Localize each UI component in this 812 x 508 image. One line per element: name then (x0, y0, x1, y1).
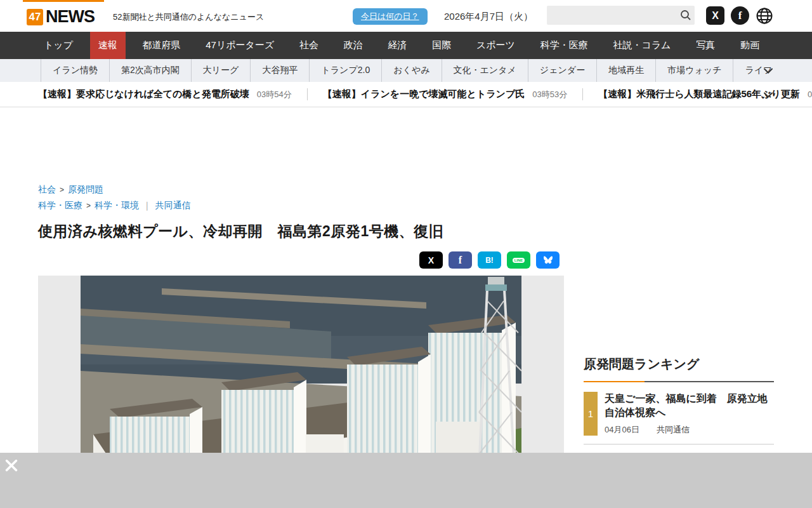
subnav-item[interactable]: おくやみ (381, 59, 441, 82)
subnav-item[interactable]: 地域再生 (596, 59, 655, 82)
breadcrumb-link-science[interactable]: 科学・医療 (38, 200, 82, 211)
breadcrumb: 社会 > 原発問題 (38, 184, 564, 196)
nav-tab[interactable]: 社説・コラム (605, 32, 679, 59)
nav-tab-label: 社説・コラム (613, 39, 671, 51)
subnav-item[interactable]: 文化・エンタメ (442, 59, 528, 82)
rank-badge: 1 (584, 392, 598, 436)
accent-line-gray (645, 381, 774, 382)
subnav-item-label: イラン情勢 (53, 65, 98, 76)
breadcrumb-bar-separator: ｜ (143, 200, 152, 211)
ranking-item[interactable]: 1 天皇ご一家、福島に到着 原発立地自治体視察へ 04月06日 共同通信 (584, 384, 774, 444)
nav-tab[interactable]: 写真 (688, 32, 723, 59)
nav-tab[interactable]: 社会 (291, 32, 327, 59)
nav-tab-label: 写真 (696, 39, 715, 51)
breadcrumb-link-nuclear[interactable]: 原発問題 (68, 184, 103, 196)
nav-tab[interactable]: トップ (36, 32, 81, 59)
ticker-item[interactable]: 【速報】イランを一晩で壊滅可能とトランプ氏 03時53分 (323, 88, 583, 100)
nav-tab[interactable]: 速報 (90, 32, 126, 59)
subnav-item[interactable]: 大リーグ (191, 59, 251, 82)
nav-tab-label: 政治 (344, 39, 363, 51)
ranking-accent-line (584, 381, 774, 382)
nav-tab-label: トップ (44, 39, 73, 51)
page: { "colors": { "orange": "#f08300", "nav_… (0, 0, 812, 508)
nav-tab[interactable]: 経済 (379, 32, 415, 59)
ranking-item-meta: 04月06日 共同通信 (605, 424, 774, 436)
ticker-time: 03時54分 (257, 89, 292, 100)
x-icon: X (428, 255, 434, 265)
globe-language-icon[interactable] (755, 6, 773, 25)
accent-line-orange (584, 381, 645, 382)
ticker-item[interactable]: 【速報】要求応じなければ全ての橋と発電所破壊 03時54分 (38, 88, 308, 100)
ticker-time: 03時 (808, 89, 812, 100)
nav-tab[interactable]: 動画 (732, 32, 768, 59)
line-icon: LINE (513, 258, 525, 263)
ticker-headline: 【速報】要求応じなければ全ての橋と発電所破壊 (38, 88, 249, 100)
nav-tab[interactable]: 科学・医療 (532, 32, 596, 59)
facebook-icon: f (459, 255, 462, 266)
ticker-headline: 【速報】イランを一晩で壊滅可能とトランプ氏 (323, 88, 525, 100)
search-box (547, 6, 695, 25)
nav-tab[interactable]: 47リポーターズ (197, 32, 282, 59)
share-facebook-button[interactable]: f (449, 251, 472, 269)
ranking-item-date: 04月06日 (605, 424, 639, 436)
breadcrumb-link-kyodo[interactable]: 共同通信 (155, 200, 191, 211)
ticker-expand-chevron-icon[interactable] (764, 82, 773, 107)
search-icon[interactable] (677, 10, 695, 21)
subnav-item-label: 文化・エンタメ (454, 65, 516, 76)
subnav-item-label: トランプ2.0 (321, 65, 370, 76)
subnav-expand-chevron-icon[interactable] (764, 59, 773, 82)
share-hatena-button[interactable]: B! (478, 251, 501, 269)
subnav-item[interactable]: 第2次高市内閣 (109, 59, 191, 82)
nav-tab-label: 速報 (98, 39, 117, 51)
hatena-icon: B! (485, 256, 494, 265)
nav-tab[interactable]: スポーツ (468, 32, 523, 59)
subnav-item-label: 市場ウォッチ (667, 65, 721, 76)
search-input[interactable] (547, 6, 677, 25)
subnav-item-label: 第2次高市内閣 (121, 65, 180, 76)
nav-tab-label: 都道府県 (143, 39, 181, 51)
nav-tab-label: 動画 (740, 39, 759, 51)
subnav-item[interactable]: 大谷翔平 (250, 59, 309, 82)
subnav-item[interactable]: イラン情勢 (41, 59, 109, 82)
article-title: 使用済み核燃料プール、冷却再開 福島第2原発1号機、復旧 (38, 222, 564, 241)
share-bluesky-button[interactable] (536, 251, 560, 269)
bluesky-butterfly-icon (543, 256, 553, 265)
subnav-item[interactable]: トランプ2.0 (309, 59, 381, 82)
nav-tab[interactable]: 政治 (336, 32, 371, 59)
subnav-item-label: 大谷翔平 (262, 65, 298, 76)
nav-tab-label: 47リポーターズ (206, 39, 274, 51)
ranking-item-source: 共同通信 (657, 424, 690, 436)
subnav-item[interactable]: 市場ウォッチ (655, 59, 733, 82)
nav-tab-label: 経済 (388, 39, 407, 51)
logo-47-box: 47 (27, 9, 43, 25)
x-social-icon[interactable]: X (706, 6, 724, 25)
share-line-button[interactable]: LINE (507, 251, 530, 269)
nav-tab-label: 科学・医療 (540, 39, 588, 51)
breadcrumb-link-society[interactable]: 社会 (38, 184, 56, 196)
ranking-title: 原発問題ランキング (584, 356, 774, 373)
nav-tab[interactable]: 国際 (424, 32, 459, 59)
share-x-button[interactable]: X (419, 251, 443, 269)
today-topic-button[interactable]: 今日は何の日？ (353, 8, 428, 25)
breadcrumb-link-science-env[interactable]: 科学・環境 (95, 200, 139, 211)
subnav-item-label: 地域再生 (608, 65, 644, 76)
subnav-item-label: ジェンダー (540, 65, 585, 76)
breadcrumb-secondary: 科学・医療 > 科学・環境 ｜ 共同通信 (38, 200, 564, 211)
nav-tab-label: 社会 (299, 39, 318, 51)
site-tagline: 52新聞社と共同通信のよんななニュース (113, 11, 264, 23)
ranking-item-title: 天皇ご一家、福島に到着 原発立地自治体視察へ (605, 392, 774, 420)
facebook-social-icon[interactable]: f (731, 6, 749, 25)
breadcrumb-separator: > (60, 185, 64, 194)
subnav-item[interactable]: ライフ (733, 59, 783, 82)
current-date: 2026年4月7日（火） (444, 11, 533, 23)
kyodo-news-logo-icon (643, 426, 653, 434)
close-icon (5, 459, 18, 472)
site-logo[interactable]: 47 NEWS (27, 7, 95, 27)
subnav-item[interactable]: ジェンダー (528, 59, 596, 82)
topic-subnav: イラン情勢 第2次高市内閣 大リーグ 大谷翔平 トランプ2.0 おくやみ 文化・… (0, 59, 812, 82)
ticker-item[interactable]: 【速報】米飛行士ら人類最遠記録56年ぶり更新 03時 (598, 88, 812, 100)
share-buttons: X f B! LINE (38, 251, 564, 269)
logo-news-text: NEWS (46, 7, 95, 27)
nav-tab[interactable]: 都道府県 (134, 32, 189, 59)
ad-close-button[interactable] (4, 458, 19, 473)
